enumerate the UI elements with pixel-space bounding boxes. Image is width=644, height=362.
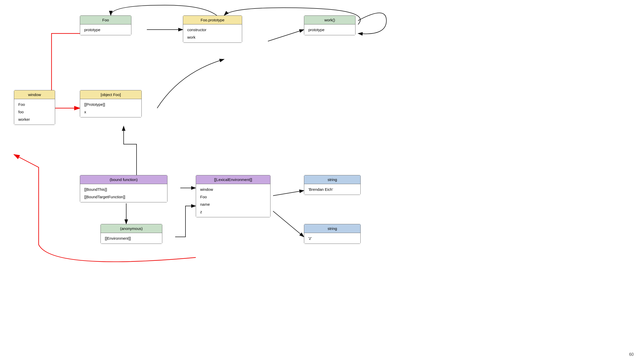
lexical-env-box: [[LexicalEnvironment]] window Foo name z (196, 175, 270, 217)
foo-prototype-title: Foo.prototype (201, 18, 225, 22)
bound-function-box: (bound function) [[BoundThis]] [[BoundTa… (80, 175, 167, 202)
bound-function-header: (bound function) (80, 175, 167, 184)
work-fn-box: work() prototype (304, 15, 355, 35)
lexical-env-row-window: window (200, 186, 266, 193)
object-foo-title: [object Foo] (101, 92, 121, 97)
foo-constructor-row-prototype: prototype (84, 26, 127, 33)
window-row-worker: worker (18, 116, 51, 123)
foo-prototype-row-constructor: constructor (187, 26, 238, 33)
object-foo-box: [object Foo] [[Prototype]] x (80, 90, 142, 117)
object-foo-body: [[Prototype]] x (80, 99, 141, 117)
window-title: window (28, 92, 41, 97)
work-fn-row-prototype: prototype (308, 26, 351, 33)
window-body: Foo foo worker (14, 99, 55, 125)
work-fn-body: prototype (304, 24, 355, 35)
string1-header: string (304, 175, 360, 184)
window-row-foo: Foo (18, 101, 51, 108)
anonymous-body: [[Environment]] (101, 233, 162, 244)
lexical-env-row-z: z (200, 208, 266, 216)
foo-prototype-box: Foo.prototype constructor work (183, 15, 242, 43)
foo-prototype-body: constructor work (183, 24, 242, 42)
bound-function-title: (bound function) (110, 177, 138, 182)
string2-box: string 'z' (304, 224, 361, 244)
object-foo-row-prototype: [[Prototype]] (84, 101, 137, 108)
string1-row-value: 'Brendan Eich' (308, 186, 356, 193)
string2-row-value: 'z' (308, 235, 356, 242)
lexical-env-title: [[LexicalEnvironment]] (214, 177, 252, 182)
string1-title: string (328, 177, 337, 182)
string2-header: string (304, 224, 360, 233)
window-box: window Foo foo worker (14, 90, 55, 125)
foo-prototype-row-work: work (187, 33, 238, 41)
foo-prototype-header: Foo.prototype (183, 16, 242, 24)
string1-body: 'Brendan Eich' (304, 184, 360, 195)
object-foo-header: [object Foo] (80, 90, 141, 99)
string2-body: 'z' (304, 233, 360, 244)
anonymous-title: (anonymous) (120, 226, 143, 231)
lexical-env-header: [[LexicalEnvironment]] (196, 175, 270, 184)
bound-function-row-target: [[BoundTargetFunction]] (84, 193, 163, 201)
foo-constructor-title: Foo (102, 18, 109, 22)
window-row-foo2: foo (18, 108, 51, 116)
window-header: window (14, 90, 55, 99)
anonymous-row-env: [[Environment]] (105, 235, 158, 242)
anonymous-box: (anonymous) [[Environment]] (100, 224, 162, 244)
lexical-env-row-foo: Foo (200, 193, 266, 201)
page-number: 60 (629, 352, 634, 357)
work-fn-header: work() (304, 16, 355, 24)
work-fn-title: work() (324, 18, 335, 22)
bound-function-row-this: [[BoundThis]] (84, 186, 163, 193)
string1-box: string 'Brendan Eich' (304, 175, 361, 195)
foo-constructor-box: Foo prototype (80, 15, 131, 35)
object-foo-row-x: x (84, 108, 137, 116)
foo-constructor-header: Foo (80, 16, 131, 24)
lexical-env-body: window Foo name z (196, 184, 270, 217)
string2-title: string (328, 226, 337, 231)
foo-constructor-body: prototype (80, 24, 131, 35)
bound-function-body: [[BoundThis]] [[BoundTargetFunction]] (80, 184, 167, 202)
lexical-env-row-name: name (200, 201, 266, 208)
anonymous-header: (anonymous) (101, 224, 162, 233)
